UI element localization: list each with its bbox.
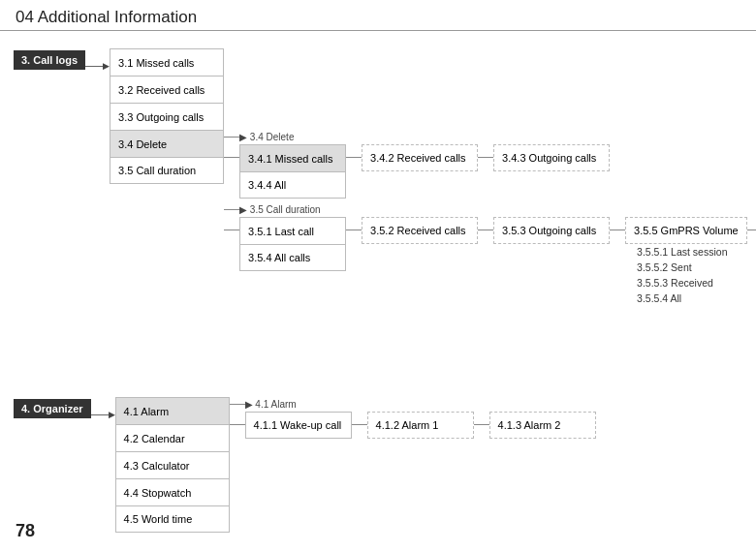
duration-sub-last: 3.5.1 Last call [239, 217, 346, 244]
page-number: 78 [16, 521, 35, 541]
gmprs-sub-3: 3.5.5.3 Received [633, 275, 747, 291]
call-logs-section: 3. Call logs ▶ 3.1 Missed calls 3.2 Rece… [14, 48, 742, 376]
duration-float-label: ▶ 3.5 Call duration [239, 204, 321, 215]
gmprs-sub-1: 3.5.5.1 Last session [633, 244, 747, 260]
organizer-section: 4. Organizer ▶ 4.1 Alarm 4.2 Calendar 4.… [14, 397, 742, 533]
alarm-sub-wakeup: 4.1.1 Wake-up call [245, 412, 352, 439]
org-item-alarm: 4.1 Alarm [115, 397, 230, 424]
calllog-item-missed: 3.1 Missed calls [110, 48, 224, 76]
organizer-label: 4. Organizer [14, 399, 91, 418]
calllog-item-outgoing: 3.3 Outgoing calls [110, 103, 224, 130]
delete-col-outgoing: 3.4.3 Outgoing calls [493, 144, 610, 171]
calllog-item-received: 3.2 Received calls [110, 76, 224, 103]
gmprs-label: 3.5.5 GmPRS Volume [625, 217, 747, 244]
page-header: 04 Additional Information [0, 0, 756, 31]
alarm-col-2: 4.1.3 Alarm 2 [489, 412, 596, 439]
calllog-item-duration: 3.5 Call duration [110, 157, 224, 184]
org-item-calendar: 4.2 Calendar [115, 424, 230, 451]
org-item-worldtime: 4.5 World time [115, 505, 230, 533]
duration-col-received: 3.5.2 Received calls [362, 217, 478, 244]
duration-sub-all: 3.5.4 All calls [239, 244, 346, 271]
delete-sub-all: 3.4.4 All [239, 171, 346, 199]
delete-sub-missed: 3.4.1 Missed calls [239, 144, 346, 171]
delete-col-received: 3.4.2 Received calls [362, 144, 478, 171]
gmprs-sub-2: 3.5.5.2 Sent [633, 260, 747, 275]
org-item-stopwatch: 4.4 Stopwatch [115, 478, 230, 505]
alarm-col-1: 4.1.2 Alarm 1 [367, 412, 474, 439]
alarm-float-label: ▶ 4.1 Alarm [245, 399, 297, 410]
gmprs-sub-4: 3.5.5.4 All [633, 291, 747, 306]
delete-float-label: ▶ 3.4 Delete [239, 132, 294, 142]
calllog-item-delete: 3.4 Delete [110, 130, 224, 157]
page-title: 04 Additional Information [16, 8, 197, 26]
call-logs-label: 3. Call logs [14, 50, 85, 70]
duration-col-outgoing: 3.5.3 Outgoing calls [493, 217, 610, 244]
org-item-calculator: 4.3 Calculator [115, 451, 230, 478]
